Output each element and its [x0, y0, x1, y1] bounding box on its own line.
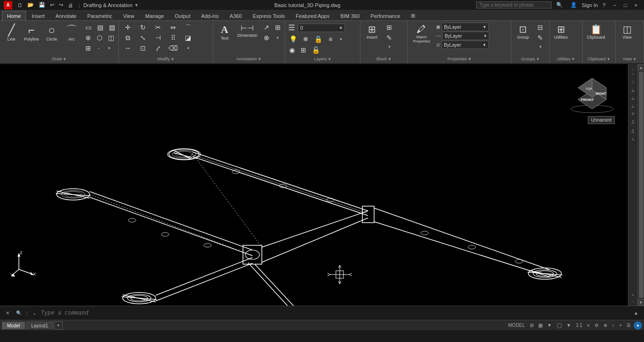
qat-new[interactable]: 🗋 [16, 2, 24, 8]
rectangle-button[interactable]: ▭ [83, 23, 94, 32]
block-more[interactable]: ▼ [382, 43, 396, 50]
rt-btn-5[interactable]: -1 [630, 103, 636, 110]
scale-button[interactable]: ⤡ [136, 33, 150, 42]
trim-button[interactable]: ✂ [151, 23, 165, 32]
tab-express-tools[interactable]: Express Tools [248, 11, 290, 20]
freeze-vp-button[interactable]: ⊞ [298, 45, 309, 55]
extend-button[interactable]: ⊣ [151, 33, 165, 42]
block-editor-button[interactable]: ✎ [382, 33, 396, 42]
layer-off-button[interactable]: 💡 [287, 34, 300, 44]
grid-button[interactable]: ⊞ [528, 322, 535, 328]
copy-button[interactable]: ⧉ [121, 33, 135, 42]
layer-match-button[interactable]: ≡ [326, 34, 335, 44]
lock2-button[interactable]: 🔓 [309, 45, 322, 55]
view-cube[interactable]: FRONT RIGHT TOP [569, 74, 606, 111]
rt-btn-4[interactable]: -2 [630, 95, 636, 102]
region-button[interactable]: ◫ [106, 33, 117, 42]
utilities-button[interactable]: ⊞ Utilities [552, 23, 570, 42]
command-input[interactable] [41, 310, 629, 317]
clipboard-button[interactable]: 📋 Clipboard [585, 23, 608, 42]
block-section-label[interactable]: Block ▼ [360, 57, 407, 61]
offset-button[interactable]: ⊡ [136, 43, 150, 53]
table-button[interactable]: ⊞ [83, 43, 93, 53]
scrollbar-thumb[interactable] [639, 72, 644, 298]
isolate-button-status[interactable]: ↕ [610, 322, 616, 328]
arc-button[interactable]: ⌒ Arc [62, 23, 81, 43]
layer-more[interactable]: ▼ [336, 34, 345, 44]
signin-label[interactable]: Sign In [582, 2, 598, 8]
model-space-button[interactable]: MODEL [506, 322, 527, 328]
insert-button[interactable]: ⊞ Insert [362, 23, 381, 42]
notification-button[interactable]: ● [634, 321, 642, 330]
scroll-up-button[interactable]: ▲ [638, 64, 644, 71]
workspace-dropdown[interactable]: Drafting & Annotation [84, 2, 133, 8]
table2-button[interactable]: ⊞ [273, 23, 283, 32]
qat-print[interactable]: 🖨 [67, 2, 75, 8]
tab-manage[interactable]: Manage [140, 11, 169, 20]
canvas-area[interactable]: Z X Y FRONT RIGHT TOP Unnamed ←→ ↑↓ -3 [0, 64, 644, 306]
clipboard-section-label[interactable]: Clipboard ▼ [583, 57, 615, 61]
tab-output[interactable]: Output [170, 11, 196, 20]
snap-dropdown[interactable]: ▼ [545, 322, 554, 328]
array-button[interactable]: ⠿ [166, 33, 180, 42]
point-button[interactable]: · [94, 43, 104, 53]
line-button[interactable]: ╱ Line [2, 23, 21, 43]
app-icon[interactable]: A [4, 1, 12, 9]
cmd-close-button[interactable]: ✕ [4, 310, 11, 316]
draw-section-label[interactable]: Draw ▼ [0, 57, 118, 61]
search-input[interactable] [476, 1, 552, 8]
scroll-down-button[interactable]: ▼ [638, 299, 644, 306]
erase-button[interactable]: ⌫ [166, 43, 180, 53]
cmd-prompt-button[interactable]: ⌄ [31, 310, 38, 316]
circle-button[interactable]: ○ Circle [42, 23, 61, 43]
hardware-accel[interactable]: + [617, 322, 624, 328]
close-button[interactable]: × [632, 1, 640, 9]
more-draw[interactable]: ▼ [105, 45, 114, 52]
create-block-button[interactable]: ⊞ [382, 23, 396, 32]
tab-addins[interactable]: Add-ins [196, 11, 224, 20]
ungroup-button[interactable]: ⊟ [533, 23, 547, 32]
lineweight-dropdown[interactable]: ByLayer ▼ [442, 41, 489, 49]
snap-button[interactable]: ▦ [536, 322, 544, 328]
mirror-button[interactable]: ⇔ [166, 23, 180, 32]
annotation-monitor[interactable]: ⊕ [602, 322, 609, 328]
leader-button[interactable]: ↗ [261, 23, 272, 32]
polyline-button[interactable]: ⌐ Polyline [22, 23, 42, 43]
more-modify[interactable]: ▼ [181, 45, 195, 52]
cmd-expand-button[interactable]: ▲ [632, 310, 640, 316]
workspace-status[interactable]: ≡ [585, 322, 592, 328]
chamfer-button[interactable]: ◪ [181, 33, 195, 42]
annot-more[interactable]: ▼ [273, 34, 282, 42]
move-button[interactable]: ✛ [121, 23, 135, 32]
rt-btn-6[interactable]: 0 [630, 111, 636, 117]
stretch-button[interactable]: ↔ [121, 43, 135, 53]
rt-btn-1[interactable]: ←→ [630, 66, 636, 77]
ortho-dropdown[interactable]: ▼ [565, 322, 573, 328]
settings-button[interactable]: ⚙ [593, 322, 601, 328]
linetype-dropdown[interactable]: ByLayer ▼ [442, 32, 489, 40]
groups-section-label[interactable]: Groups ▼ [511, 57, 549, 61]
tab-model[interactable]: Model [2, 322, 25, 329]
rt-btn-7[interactable]: +1 [630, 118, 636, 126]
tab-performance[interactable]: Performance [365, 11, 405, 20]
modify-section-label[interactable]: Modify ▼ [119, 57, 213, 61]
view-button[interactable]: ◫ View [618, 23, 636, 42]
rt-btn-9[interactable]: ⤢ [630, 136, 636, 143]
named-view[interactable]: Unnamed [588, 116, 615, 124]
group-more[interactable]: ▼ [533, 43, 547, 50]
color-dropdown[interactable]: ByLayer ▼ [442, 23, 489, 31]
layer-dropdown[interactable]: 0 ▼ [298, 24, 345, 32]
rt-btn-2[interactable]: ↑↓ [630, 78, 636, 86]
maximize-button[interactable]: □ [621, 1, 630, 9]
ortho-button[interactable]: ◯ [555, 322, 564, 328]
tab-parametric[interactable]: Parametric [82, 11, 117, 20]
workspace-chevron[interactable]: ▼ [134, 3, 139, 8]
add-tab-button[interactable]: + [54, 321, 63, 330]
group-edit-button[interactable]: ✎ [533, 33, 547, 42]
tab-home[interactable]: Home [2, 11, 26, 20]
tab-pin[interactable]: ⊞ [406, 11, 420, 20]
rotate-button[interactable]: ↻ [136, 23, 150, 32]
vertical-scrollbar[interactable]: ▲ ▼ [637, 64, 644, 306]
layer-freeze-button[interactable]: ❄ [301, 34, 311, 44]
qat-redo[interactable]: ↪ [58, 1, 65, 8]
